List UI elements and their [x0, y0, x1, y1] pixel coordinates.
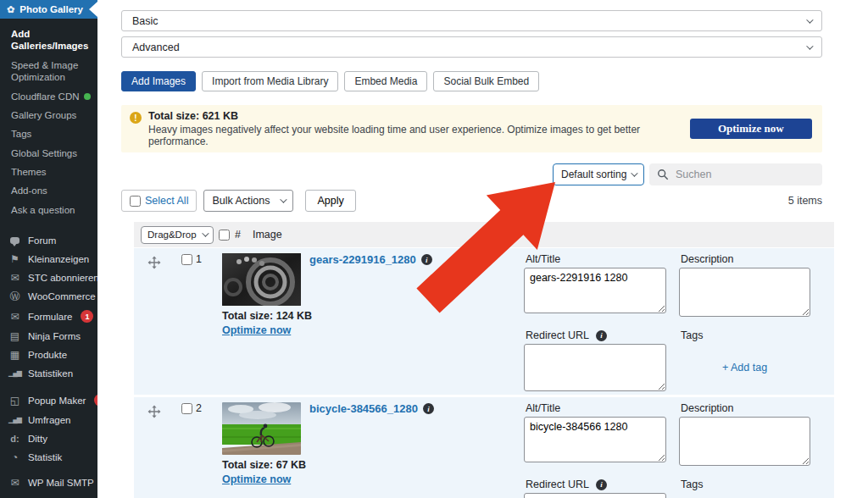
info-icon[interactable]: i	[596, 479, 607, 490]
chevron-down-icon	[806, 16, 813, 23]
chevron-down-icon	[631, 169, 637, 176]
sidebar-item-gallery-groups[interactable]: Gallery Groups	[0, 106, 97, 125]
redirect-url-field[interactable]	[524, 344, 666, 391]
bar-chart-icon: ▁▄▆	[8, 368, 21, 379]
sidebar-item-seiten[interactable]: ▣Seiten	[0, 492, 97, 498]
bar-chart-icon: ▁▄▆	[8, 415, 21, 425]
header-checkbox[interactable]	[219, 230, 230, 241]
add-images-button[interactable]: Add Images	[121, 71, 196, 91]
description-field[interactable]	[679, 417, 810, 466]
image-filename-link[interactable]: gears-2291916_1280 i	[309, 253, 432, 306]
optimize-notice: ! Total size: 621 KB Heavy images negati…	[121, 105, 822, 152]
sidebar-item-umfragen[interactable]: ▁▄▆Umfragen	[0, 411, 97, 429]
notification-badge: 1	[81, 310, 93, 323]
items-count: 5 items	[788, 195, 822, 207]
accordion-basic[interactable]: Basic	[121, 10, 822, 31]
bulk-actions-row: Select All Bulk Actions Apply 5 items	[121, 190, 822, 212]
sidebar-item-popup-maker[interactable]: ◱Popup Maker2	[0, 390, 97, 411]
sidebar-item-formulare[interactable]: ✉Formulare1	[0, 306, 97, 327]
sidebar-item-tags[interactable]: Tags	[0, 125, 97, 143]
action-buttons: Add Images Import from Media Library Emb…	[121, 71, 822, 91]
image-total-size: Total size: 67 KB	[222, 459, 524, 471]
row-checkbox[interactable]	[181, 254, 192, 265]
bicycle-thumbnail-image[interactable]	[222, 402, 301, 455]
sidebar-item-speed-image-optimization[interactable]: Speed & Image Optimization	[0, 56, 97, 87]
add-tag-link[interactable]: + Add tag	[722, 362, 767, 374]
drag-handle-icon[interactable]	[147, 405, 161, 418]
tags-area: + Add tag	[679, 344, 810, 391]
info-icon[interactable]: i	[596, 330, 607, 341]
sidebar-item-statistik[interactable]: ◔Statistik	[0, 448, 97, 467]
sidebar-item-wp-mail-smtp[interactable]: ✉WP Mail SMTP	[0, 473, 97, 492]
sidebar-item-stc-abonnieren[interactable]: ✉STC abonnieren	[0, 268, 97, 287]
sidebar-item-produkte[interactable]: ▦Produkte	[0, 346, 97, 364]
table-header: Drag&Drop # Image	[134, 222, 834, 247]
envelope-icon: ✉	[8, 273, 21, 283]
sidebar-item-ninja-forms[interactable]: ▤Ninja Forms	[0, 327, 97, 346]
comments-icon	[8, 235, 21, 246]
sidebar-item-add-galleries[interactable]: Add Galleries/Images	[0, 25, 97, 56]
sorting-select[interactable]: Default sorting	[553, 163, 644, 185]
woocommerce-icon: Ⓦ	[8, 291, 21, 302]
import-media-library-button[interactable]: Import from Media Library	[202, 71, 338, 91]
redirect-url-label: Redirect URLi	[526, 479, 666, 490]
page: ✿ Photo Gallery Add Galleries/Images Spe…	[0, 0, 868, 498]
sidebar-item-themes[interactable]: Themes	[0, 163, 97, 181]
sidebar-item-add-ons[interactable]: Add-ons	[0, 181, 97, 200]
social-bulk-embed-button[interactable]: Social Bulk Embed	[433, 71, 539, 91]
gears-thumbnail-image[interactable]	[222, 253, 301, 306]
select-all-checkbox[interactable]	[130, 196, 141, 207]
apply-button[interactable]: Apply	[305, 190, 355, 212]
row-checkbox[interactable]	[181, 403, 192, 414]
ditty-icon: d:	[8, 434, 21, 444]
table-row: 2 bicycle-384566_1280 i	[134, 397, 834, 498]
sidebar-item-kleinanzeigen[interactable]: ⚑Kleinanzeigen	[0, 250, 97, 268]
image-filename-link[interactable]: bicycle-384566_1280 i	[309, 402, 434, 455]
sidebar-item-cloudflare-cdn[interactable]: Cloudflare CDN	[0, 87, 97, 106]
info-icon[interactable]: i	[423, 403, 434, 414]
row-number: 2	[196, 402, 202, 414]
number-column-header: #	[235, 229, 241, 241]
description-field[interactable]	[679, 268, 810, 317]
description-label: Description	[681, 402, 810, 414]
alt-title-field[interactable]: bicycle-384566 1280	[524, 417, 666, 462]
image-total-size: Total size: 124 KB	[222, 310, 524, 322]
popup-icon: ◱	[8, 396, 21, 406]
bulk-actions-select[interactable]: Bulk Actions	[203, 190, 293, 212]
drag-drop-select[interactable]: Drag&Drop	[141, 226, 214, 244]
photo-gallery-logo-icon: ✿	[7, 4, 14, 15]
sidebar-item-ditty[interactable]: d:Ditty	[0, 429, 97, 448]
sidebar-item-woocommerce[interactable]: ⓌWooCommerce	[0, 287, 97, 306]
search-icon	[657, 169, 669, 180]
warning-icon: !	[130, 112, 142, 124]
optimize-now-button[interactable]: Optimize now	[690, 119, 812, 139]
tags-label: Tags	[681, 479, 810, 490]
images-table: Drag&Drop # Image 1	[134, 222, 834, 498]
sidebar-item-photo-gallery[interactable]: ✿ Photo Gallery	[0, 0, 97, 19]
select-all-button[interactable]: Select All	[121, 190, 197, 212]
redirect-url-label: Redirect URLi	[526, 329, 666, 341]
sidebar-item-forum[interactable]: Forum	[0, 231, 97, 250]
info-icon[interactable]: i	[421, 254, 432, 265]
optimize-now-link[interactable]: Optimize now	[222, 324, 291, 336]
accordion-advanced[interactable]: Advanced	[121, 36, 822, 58]
search-input[interactable]	[676, 169, 803, 180]
chevron-down-icon	[281, 196, 287, 202]
drag-handle-icon[interactable]	[147, 256, 161, 269]
image-column-header: Image	[253, 229, 282, 241]
embed-media-button[interactable]: Embed Media	[344, 71, 427, 91]
envelope-icon: ✉	[8, 312, 21, 322]
photo-gallery-label: Photo Gallery	[19, 4, 83, 14]
redirect-url-field[interactable]	[524, 493, 666, 498]
form-icon: ▤	[8, 331, 21, 341]
chevron-down-icon	[202, 230, 209, 236]
optimize-now-link[interactable]: Optimize now	[222, 473, 291, 485]
green-status-dot	[84, 93, 91, 100]
sidebar-item-ask-a-question[interactable]: Ask a question	[0, 201, 97, 219]
active-menu-notch	[89, 2, 97, 17]
sidebar-item-global-settings[interactable]: Global Settings	[0, 144, 97, 163]
table-row: 1 gears-2291916_1280 i	[134, 248, 834, 395]
alt-title-field[interactable]: gears-2291916 1280	[524, 268, 666, 313]
sort-search-row: Default sorting	[121, 163, 822, 185]
sidebar-item-statistiken[interactable]: ▁▄▆Statistiken	[0, 364, 97, 383]
